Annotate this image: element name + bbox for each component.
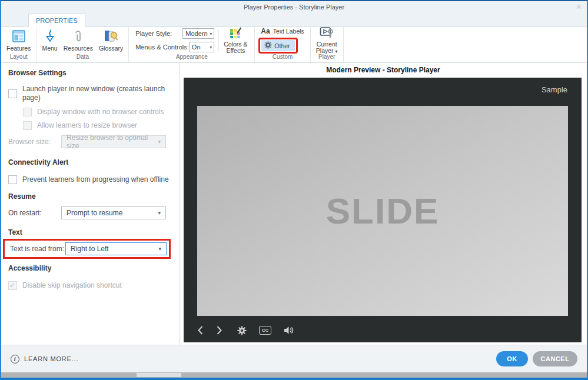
section-connectivity-alert: Connectivity Alert — [8, 158, 171, 166]
no-browser-controls-row: Display window with no browser controls — [23, 108, 171, 116]
section-text: Text — [8, 228, 171, 236]
skip-nav-checkbox — [8, 281, 17, 290]
red-annotation-box-text: Text is read from: Right to Left ▾ — [3, 239, 171, 259]
scrollbar-thumb[interactable] — [137, 373, 181, 377]
no-browser-controls-checkbox — [23, 108, 32, 116]
player-style-field: Player Style: Modern ▾ — [135, 28, 214, 39]
next-icon — [216, 325, 222, 335]
chevron-down-icon: ▾ — [158, 210, 161, 216]
ok-button[interactable]: OK — [496, 351, 528, 366]
launch-new-window-checkbox[interactable] — [8, 89, 17, 98]
tab-properties[interactable]: PROPERTIES — [28, 14, 85, 27]
ribbon-group-player: CurrentPlayer ▾ Player — [311, 27, 344, 62]
text-labels-label: Text Labels — [273, 28, 304, 35]
info-icon: i — [11, 355, 19, 364]
closed-captions-icon: CC — [259, 326, 271, 335]
menu-label: Menu — [42, 45, 57, 52]
learn-more-link[interactable]: i LEARN MORE... — [11, 355, 78, 364]
ribbon-group-layout: Features Layout — [1, 27, 36, 62]
menus-controls-select[interactable]: On ▾ — [189, 42, 215, 52]
slide-placeholder: SLIDE — [197, 106, 568, 316]
slide-label: SLIDE — [326, 190, 440, 232]
group-label-data: Data — [36, 53, 128, 62]
ribbon-tab-row: PROPERTIES — [1, 13, 587, 27]
glossary-label: Glossary — [99, 45, 123, 52]
chevron-down-icon: ▾ — [158, 139, 161, 145]
current-player-button[interactable]: CurrentPlayer ▾ — [313, 25, 341, 55]
no-browser-controls-label: Display window with no browser controls — [37, 108, 164, 116]
launch-new-window-row: Launch player in new window (creates lau… — [8, 85, 171, 102]
features-button[interactable]: Features — [4, 29, 34, 52]
paperclip-icon — [74, 29, 82, 44]
red-annotation-box-other: Other — [258, 38, 297, 54]
player-controls: CC — [197, 325, 306, 335]
gear-icon — [264, 41, 272, 50]
dialog-title: Player Properties - Storyline Player — [244, 4, 344, 11]
title-bar: Player Properties - Storyline Player ✕ — [1, 1, 587, 13]
skip-nav-row: Disable skip navigation shortcut — [8, 281, 171, 290]
sample-label: Sample — [542, 85, 567, 94]
cancel-button[interactable]: CANCEL — [533, 351, 577, 366]
text-labels-icon: Aa — [261, 27, 270, 35]
resources-button[interactable]: Resources — [61, 29, 96, 52]
player-style-select[interactable]: Modern ▾ — [182, 28, 214, 39]
features-label: Features — [6, 45, 31, 52]
menu-button[interactable]: Menu — [39, 29, 60, 52]
section-accessibility: Accessibility — [8, 264, 171, 272]
settings-gear-icon — [237, 326, 247, 335]
dialog-body: Browser Settings Launch player in new wi… — [1, 63, 587, 345]
skip-nav-label: Disable skip navigation shortcut — [22, 281, 122, 290]
group-label-custom: Custom — [255, 53, 310, 62]
ribbon-group-appearance: Player Style: Modern ▾ Menus & Controls:… — [129, 27, 255, 62]
offline-checkbox[interactable] — [8, 175, 17, 184]
settings-panel: Browser Settings Launch player in new wi… — [1, 63, 180, 345]
close-icon[interactable]: ✕ — [576, 2, 582, 12]
player-preview-frame: Sample SLIDE CC — [184, 78, 582, 342]
glossary-icon — [104, 29, 118, 44]
preview-pane: Modern Preview - Storyline Player Sample… — [180, 63, 587, 345]
resize-browser-row: Allow learners to resize browser — [23, 121, 171, 130]
on-restart-row: On restart: Prompt to resume ▾ — [8, 206, 171, 219]
text-read-from-select[interactable]: Right to Left ▾ — [65, 242, 167, 255]
text-read-from-label: Text is read from: — [10, 245, 65, 253]
resize-browser-checkbox — [23, 121, 32, 130]
group-label-layout: Layout — [1, 53, 36, 62]
on-restart-select[interactable]: Prompt to resume ▾ — [61, 206, 166, 219]
other-label: Other — [274, 42, 290, 49]
text-labels-button[interactable]: Aa Text Labels — [258, 26, 306, 36]
offline-row: Prevent learners from progressing when o… — [8, 175, 171, 184]
browser-size-row: Browser size: Resize browser to optimal … — [8, 135, 171, 148]
learn-more-label: LEARN MORE... — [24, 355, 78, 362]
player-properties-dialog: Player Properties - Storyline Player ✕ P… — [0, 0, 588, 380]
colors-effects-button[interactable]: Colors & Effects — [219, 26, 252, 55]
current-player-icon — [320, 26, 334, 40]
chevron-down-icon: ▾ — [210, 31, 212, 36]
offline-label: Prevent learners from progressing when o… — [22, 175, 169, 184]
browser-size-select: Resize browser to optimal size ▾ — [61, 135, 166, 148]
menus-controls-label: Menus & Controls: — [135, 44, 188, 51]
glossary-button[interactable]: Glossary — [96, 29, 126, 52]
on-restart-label: On restart: — [8, 209, 61, 217]
menu-icon — [45, 29, 55, 44]
ribbon-group-data: Menu Resources Glossary Data — [36, 27, 129, 62]
chevron-down-icon: ▾ — [210, 45, 212, 50]
dialog-footer: i LEARN MORE... OK CANCEL — [1, 345, 587, 372]
browser-size-label: Browser size: — [8, 138, 61, 146]
resize-browser-label: Allow learners to resize browser — [37, 121, 137, 130]
section-resume: Resume — [8, 192, 171, 201]
previous-icon — [197, 325, 204, 335]
features-icon — [12, 29, 26, 44]
section-browser-settings: Browser Settings — [8, 69, 171, 77]
group-label-player: Player — [311, 53, 343, 62]
volume-icon — [284, 326, 294, 335]
colors-effects-label: Colors & Effects — [222, 41, 249, 54]
resources-label: Resources — [64, 45, 93, 52]
chevron-down-icon: ▾ — [158, 246, 161, 252]
other-button[interactable]: Other — [261, 40, 294, 51]
ribbon-group-custom: Aa Text Labels Other Custom — [255, 27, 310, 62]
ribbon-spacer — [344, 27, 587, 62]
launch-new-window-label: Launch player in new window (creates lau… — [22, 85, 171, 102]
preview-title: Modern Preview - Storyline Player — [180, 66, 587, 74]
horizontal-scrollbar[interactable] — [1, 372, 587, 378]
menus-controls-field: Menus & Controls: On ▾ — [135, 42, 214, 52]
